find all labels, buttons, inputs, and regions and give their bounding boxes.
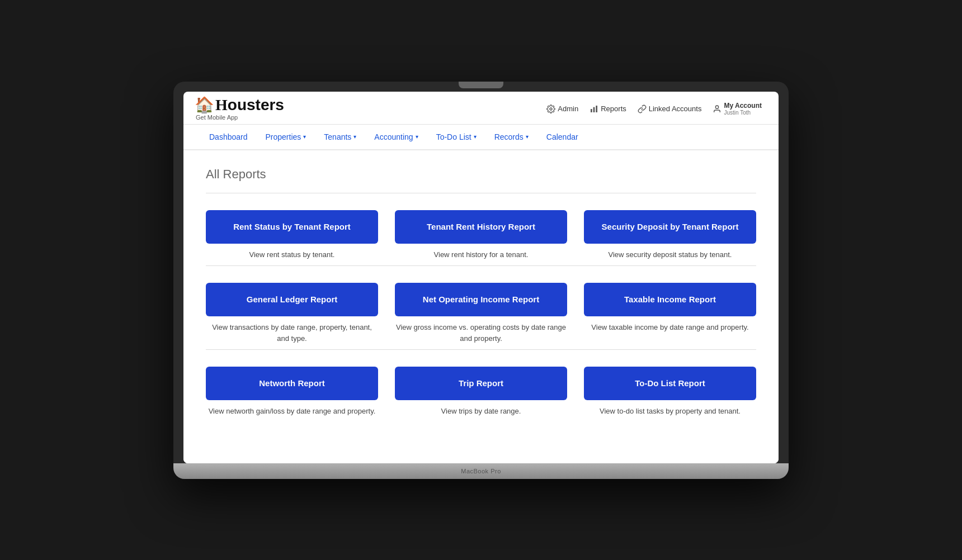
rent-status-button[interactable]: Rent Status by Tenant Report xyxy=(206,210,378,244)
report-card-security-deposit: Security Deposit by Tenant Report View s… xyxy=(584,210,756,260)
records-caret: ▾ xyxy=(526,134,529,140)
networth-button[interactable]: Networth Report xyxy=(206,367,378,400)
my-account-nav-item[interactable]: My Account Justin Toth xyxy=(713,102,762,116)
page-title: All Reports xyxy=(206,167,756,182)
laptop-frame: 🏠 Housters Get Mobile App Admin xyxy=(173,82,789,479)
main-content: All Reports Rent Status by Tenant Report… xyxy=(183,150,779,463)
admin-nav-item[interactable]: Admin xyxy=(546,105,578,113)
svg-rect-2 xyxy=(593,107,595,112)
section-divider-3 xyxy=(206,349,756,350)
security-deposit-button[interactable]: Security Deposit by Tenant Report xyxy=(584,210,756,244)
nav-tenants[interactable]: Tenants ▾ xyxy=(315,125,365,149)
nav-bar: Dashboard Properties ▾ Tenants ▾ Account… xyxy=(183,125,779,150)
report-card-trip: Trip Report View trips by date range. xyxy=(395,367,567,417)
report-grid-2: General Ledger Report View transactions … xyxy=(206,283,756,344)
general-ledger-desc: View transactions by date range, propert… xyxy=(206,322,378,344)
tenant-rent-history-button[interactable]: Tenant Rent History Report xyxy=(395,210,567,244)
report-card-taxable-income: Taxable Income Report View taxable incom… xyxy=(584,283,756,344)
logo-icon: 🏠 xyxy=(195,97,214,113)
nav-accounting[interactable]: Accounting ▾ xyxy=(365,125,427,149)
tenants-caret: ▾ xyxy=(353,134,356,140)
svg-point-0 xyxy=(550,108,552,110)
report-card-todo-list-report: To-Do List Report View to-do list tasks … xyxy=(584,367,756,417)
top-nav-right: Admin Reports Lin xyxy=(546,102,762,116)
todo-list-report-button[interactable]: To-Do List Report xyxy=(584,367,756,400)
todo-list-report-desc: View to-do list tasks by property and te… xyxy=(584,406,756,417)
nav-properties[interactable]: Properties ▾ xyxy=(257,125,315,149)
bar-chart-icon xyxy=(590,105,598,113)
logo-subtitle[interactable]: Get Mobile App xyxy=(196,114,238,121)
admin-label: Admin xyxy=(558,105,578,113)
trip-desc: View trips by date range. xyxy=(395,406,567,417)
reports-nav-item[interactable]: Reports xyxy=(590,105,626,113)
general-ledger-button[interactable]: General Ledger Report xyxy=(206,283,378,316)
report-grid-1: Rent Status by Tenant Report View rent s… xyxy=(206,210,756,260)
reports-label: Reports xyxy=(601,105,626,113)
link-icon xyxy=(638,105,647,113)
top-bar: 🏠 Housters Get Mobile App Admin xyxy=(183,92,779,125)
properties-caret: ▾ xyxy=(303,134,306,140)
svg-rect-1 xyxy=(591,109,592,112)
my-account-text: My Account Justin Toth xyxy=(724,102,762,116)
report-card-net-operating-income: Net Operating Income Report View gross i… xyxy=(395,283,567,344)
report-card-tenant-rent-history: Tenant Rent History Report View rent his… xyxy=(395,210,567,260)
nav-calendar[interactable]: Calendar xyxy=(537,125,587,149)
report-card-general-ledger: General Ledger Report View transactions … xyxy=(206,283,378,344)
net-operating-income-desc: View gross income vs. operating costs by… xyxy=(395,322,567,344)
net-operating-income-button[interactable]: Net Operating Income Report xyxy=(395,283,567,316)
tenant-rent-history-desc: View rent history for a tenant. xyxy=(395,249,567,260)
svg-rect-3 xyxy=(596,106,598,112)
security-deposit-desc: View security deposit status by tenant. xyxy=(584,249,756,260)
report-section-1: Rent Status by Tenant Report View rent s… xyxy=(206,210,756,260)
report-grid-3: Networth Report View networth gain/loss … xyxy=(206,367,756,417)
laptop-screen: 🏠 Housters Get Mobile App Admin xyxy=(183,92,779,463)
nav-todo-list[interactable]: To-Do List ▾ xyxy=(427,125,485,149)
trip-button[interactable]: Trip Report xyxy=(395,367,567,400)
nav-dashboard[interactable]: Dashboard xyxy=(200,125,257,149)
report-card-networth: Networth Report View networth gain/loss … xyxy=(206,367,378,417)
report-card-rent-status: Rent Status by Tenant Report View rent s… xyxy=(206,210,378,260)
linked-accounts-label: Linked Accounts xyxy=(649,105,702,113)
taxable-income-desc: View taxable income by date range and pr… xyxy=(584,322,756,333)
laptop-notch xyxy=(459,82,503,88)
logo: 🏠 Housters xyxy=(195,97,284,113)
section-divider-1 xyxy=(206,193,756,193)
nav-records[interactable]: Records ▾ xyxy=(485,125,537,149)
report-section-2: General Ledger Report View transactions … xyxy=(206,283,756,344)
user-icon xyxy=(713,105,722,113)
rent-status-desc: View rent status by tenant. xyxy=(206,249,378,260)
gear-icon xyxy=(546,105,555,113)
networth-desc: View networth gain/loss by date range an… xyxy=(206,406,378,417)
section-divider-2 xyxy=(206,265,756,266)
logo-text: Housters xyxy=(215,97,284,113)
accounting-caret: ▾ xyxy=(416,134,418,140)
taxable-income-button[interactable]: Taxable Income Report xyxy=(584,283,756,316)
linked-accounts-nav-item[interactable]: Linked Accounts xyxy=(638,105,702,113)
laptop-base: MacBook Pro xyxy=(173,463,789,479)
report-section-3: Networth Report View networth gain/loss … xyxy=(206,367,756,417)
logo-area: 🏠 Housters Get Mobile App xyxy=(195,97,284,121)
todo-caret: ▾ xyxy=(474,134,477,140)
svg-point-4 xyxy=(716,106,719,108)
macbook-label: MacBook Pro xyxy=(461,468,501,474)
